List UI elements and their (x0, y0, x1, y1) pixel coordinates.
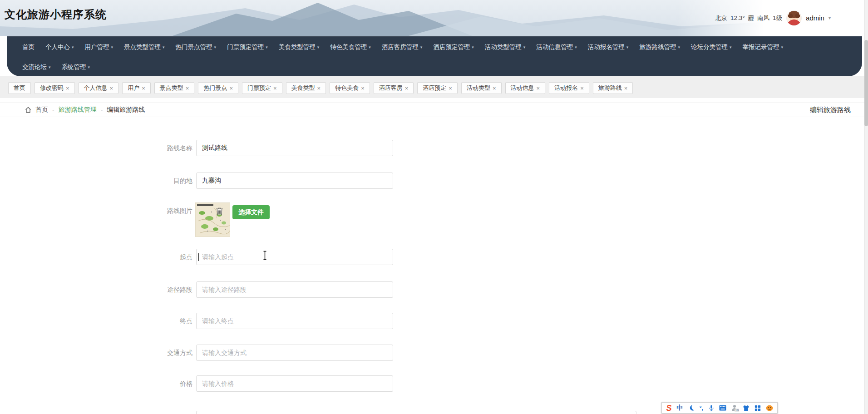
breadcrumb-home[interactable]: 首页 (35, 106, 48, 114)
transport-input[interactable] (196, 345, 393, 361)
breadcrumb-section[interactable]: 旅游路线管理 (59, 106, 97, 114)
tab[interactable]: 用户× (122, 82, 151, 94)
tab-label: 首页 (14, 84, 25, 92)
delete-image-icon[interactable] (216, 207, 223, 216)
nav-item[interactable]: 门票预定管理▾ (222, 43, 273, 51)
close-icon[interactable]: × (449, 85, 452, 91)
nav-item[interactable]: 活动报名管理▾ (582, 43, 634, 51)
tab-label: 修改密码 (40, 84, 64, 92)
nav-item[interactable]: 交流论坛▾ (17, 63, 56, 71)
username[interactable]: admin (806, 14, 824, 22)
field-label: 交通方式 (113, 345, 192, 361)
tab-label: 酒店客房 (379, 84, 403, 92)
form-row: 目的地 (0, 172, 868, 189)
choose-file-button[interactable]: 选择文件 (232, 205, 270, 219)
form-row: 途径路段 (0, 281, 868, 298)
user-count-icon[interactable]: 10 (731, 404, 738, 411)
nav-item[interactable]: 活动类型管理▾ (479, 43, 531, 51)
chevron-down-icon: ▾ (111, 45, 113, 49)
microphone-icon[interactable] (708, 404, 715, 412)
moon-icon[interactable] (688, 404, 695, 411)
tab-label: 门票预定 (247, 84, 271, 92)
chevron-down-icon: ▾ (626, 45, 629, 49)
nav-item[interactable]: 用户管理▾ (79, 43, 119, 51)
price-input[interactable] (196, 375, 393, 392)
tab-label: 特色美食 (335, 84, 359, 92)
nav-item[interactable]: 系统管理▾ (56, 63, 96, 71)
close-icon[interactable]: × (493, 85, 496, 91)
page-title: 编辑旅游路线 (810, 106, 851, 114)
route-section-input[interactable] (196, 281, 393, 298)
chevron-down-icon: ▾ (730, 45, 732, 49)
emoji-icon[interactable] (766, 405, 773, 411)
tab[interactable]: 门票预定× (242, 82, 282, 94)
nav-item[interactable]: 美食类型管理▾ (273, 43, 325, 51)
weather-temp: 12.3° (730, 15, 745, 21)
tab[interactable]: 美食类型× (286, 82, 326, 94)
nav-item[interactable]: 首页 (17, 43, 40, 51)
close-icon[interactable]: × (229, 85, 233, 91)
chevron-down-icon: ▾ (575, 45, 577, 49)
sogou-logo-icon[interactable]: S (666, 404, 671, 412)
nav-item[interactable]: 景点类型管理▾ (118, 43, 170, 51)
close-icon[interactable]: × (580, 85, 584, 91)
tab[interactable]: 酒店预定× (417, 82, 458, 94)
tab[interactable]: 景点类型× (154, 82, 195, 94)
close-icon[interactable]: × (66, 85, 69, 91)
close-icon[interactable]: × (186, 85, 189, 91)
chevron-down-icon: ▾ (214, 45, 217, 49)
nav-item[interactable]: 特色美食管理▾ (325, 43, 376, 51)
tab[interactable]: 首页 (8, 82, 31, 94)
nav-item[interactable]: 个人中心▾ (40, 43, 79, 51)
tab[interactable]: 特色美食× (330, 82, 370, 94)
close-icon[interactable]: × (273, 85, 277, 91)
tab[interactable]: 个人信息× (79, 82, 119, 94)
nav-item[interactable]: 论坛分类管理▾ (686, 43, 737, 51)
nav-item[interactable]: 举报记录管理▾ (737, 43, 789, 51)
chevron-down-icon: ▾ (781, 45, 783, 49)
route-name-input[interactable] (196, 140, 393, 156)
nav-item[interactable]: 热门景点管理▾ (170, 43, 222, 51)
nav-item[interactable]: 旅游路线管理▾ (634, 43, 686, 51)
destination-input[interactable] (196, 172, 393, 189)
breadcrumb-current: 编辑旅游路线 (107, 106, 145, 114)
weather-city: 北京 (715, 14, 727, 22)
chevron-down-icon: ▾ (72, 45, 74, 49)
close-icon[interactable]: × (405, 85, 409, 91)
close-icon[interactable]: × (537, 85, 540, 91)
close-icon[interactable]: × (317, 85, 321, 91)
start-point-input[interactable] (196, 249, 393, 265)
nav-item[interactable]: 酒店客房管理▾ (376, 43, 428, 51)
route-image-thumbnail[interactable] (195, 202, 230, 237)
tab[interactable]: 活动信息× (505, 82, 546, 94)
field-label: 价格 (113, 375, 192, 392)
close-icon[interactable]: × (361, 85, 365, 91)
tab[interactable]: 热门景点× (198, 82, 238, 94)
tab-label: 美食类型 (291, 84, 315, 92)
toolbox-icon[interactable] (755, 405, 761, 411)
close-icon[interactable]: × (624, 85, 628, 91)
page: 文化旅游小程序系统 北京 12.3° 霾 南风 1级 admin ▾ 首页 个人… (0, 0, 868, 414)
punctuation-icon[interactable]: °, (700, 405, 703, 411)
nav-item-label: 用户管理 (85, 43, 109, 51)
nav-item[interactable]: 酒店预定管理▾ (428, 43, 479, 51)
tab[interactable]: 酒店客房× (374, 82, 414, 94)
user-dropdown-caret-icon[interactable]: ▾ (829, 15, 831, 20)
end-point-input[interactable] (196, 313, 393, 329)
breadcrumb-bar: 首页 - 旅游路线管理 - 编辑旅游路线 编辑旅游路线 (0, 103, 864, 117)
tab[interactable]: 活动类型× (461, 82, 502, 94)
nav-row-2: 交流论坛▾ 系统管理▾ (7, 58, 862, 76)
avatar[interactable] (786, 10, 802, 26)
scrollbar-thumb[interactable] (864, 40, 868, 126)
close-icon[interactable]: × (110, 85, 113, 91)
nav-item[interactable]: 活动信息管理▾ (531, 43, 582, 51)
skin-icon[interactable] (743, 405, 750, 411)
tab[interactable]: 活动报名× (549, 82, 589, 94)
close-icon[interactable]: × (142, 85, 145, 91)
ime-toolbar: S 中 °, 10 (661, 402, 778, 414)
route-details-field-partial[interactable] (196, 411, 636, 414)
chinese-mode-icon[interactable]: 中 (676, 404, 683, 412)
keyboard-icon[interactable] (719, 405, 726, 411)
tab[interactable]: 修改密码× (35, 82, 75, 94)
tab[interactable]: 旅游路线× (593, 82, 633, 94)
